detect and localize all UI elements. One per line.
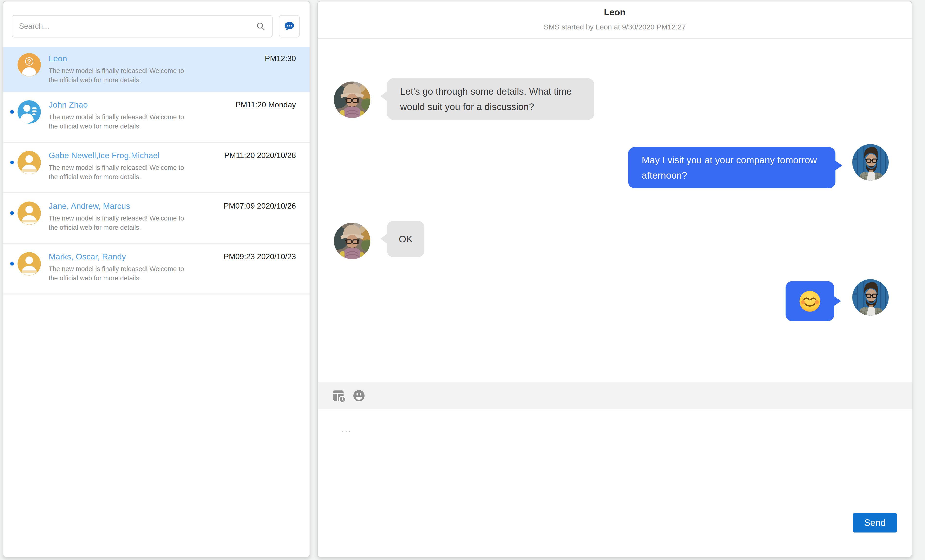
conversation-name: Marks, Oscar, Randy [49, 251, 126, 262]
search-icon [256, 21, 266, 32]
avatar-contact-card-icon [18, 100, 41, 123]
search-input[interactable] [18, 22, 256, 31]
smiling-face-emoji-icon [798, 290, 821, 313]
outgoing-message-bubble: May I visit you at your company tomorrow… [628, 147, 835, 188]
conversation-preview: The new model is finally released! Welco… [49, 113, 193, 131]
outgoing-emoji-bubble [786, 281, 834, 321]
chat-subtitle: SMS started by Leon at 9/30/2020 PM12:27 [318, 23, 911, 31]
message-template-schedule-button[interactable] [332, 389, 346, 403]
avatar-person-icon [18, 151, 41, 174]
my-avatar-photo [852, 144, 889, 181]
message-text: OK [399, 232, 413, 247]
message-template-schedule-icon [332, 389, 346, 403]
message-scroll-area[interactable]: Let's go through some details. What time… [318, 39, 911, 382]
avatar-person-icon [18, 252, 41, 275]
chat-header: Leon SMS started by Leon at 9/30/2020 PM… [318, 2, 911, 39]
unread-dot [10, 262, 14, 265]
conversation-list: ? Leon PM12:30 The new model is finally … [3, 47, 310, 295]
unread-dot [10, 161, 14, 164]
search-row [12, 15, 300, 38]
avatar-person-icon [18, 202, 41, 225]
incoming-message-bubble: Let's go through some details. What time… [387, 78, 594, 120]
conversation-preview: The new model is finally released! Welco… [49, 214, 193, 232]
emoji-picker-icon [352, 389, 366, 402]
incoming-message-bubble: OK [387, 221, 425, 257]
conversation-time: PM07:09 2020/10/26 [219, 200, 296, 211]
conversation-item-gabe-group[interactable]: Gabe Newell,Ice Frog,Michael PM11:20 202… [3, 143, 310, 193]
chat-panel: Leon SMS started by Leon at 9/30/2020 PM… [317, 1, 912, 557]
avatar-unknown-person-icon: ? [18, 53, 41, 77]
conversation-time: PM11:20 Monday [231, 99, 296, 110]
conversation-name: Gabe Newell,Ice Frog,Michael [49, 150, 160, 161]
conversation-item-leon[interactable]: ? Leon PM12:30 The new model is finally … [3, 47, 310, 92]
composer-toolbar [318, 382, 911, 409]
conversation-item-john-zhao[interactable]: John Zhao PM11:20 Monday The new model i… [3, 92, 310, 143]
conversation-name: John Zhao [49, 99, 88, 110]
conversation-time: PM09:23 2020/10/23 [219, 251, 296, 262]
unread-dot [10, 110, 14, 114]
conversation-name: Leon [49, 53, 67, 64]
chat-title: Leon [318, 7, 911, 18]
chat-bubble-ellipsis-icon [283, 20, 295, 32]
conversation-time: PM11:20 2020/10/28 [219, 150, 296, 161]
conversation-item-marks-group[interactable]: Marks, Oscar, Randy PM09:23 2020/10/23 T… [3, 244, 310, 295]
unread-dot [10, 211, 14, 215]
message-text: May I visit you at your company tomorrow… [642, 152, 822, 183]
conversation-preview: The new model is finally released! Welco… [49, 163, 193, 182]
message-text: Let's go through some details. What time… [400, 84, 581, 114]
conversation-name: Jane, Andrew, Marcus [49, 200, 130, 211]
message-input-placeholder: ... [342, 425, 352, 434]
message-input[interactable]: ... Send [318, 409, 911, 557]
conversation-item-jane-group[interactable]: Jane, Andrew, Marcus PM07:09 2020/10/26 … [3, 193, 310, 244]
leon-avatar-photo [334, 223, 371, 259]
conversation-preview: The new model is finally released! Welco… [49, 264, 193, 283]
conversation-panel: ? Leon PM12:30 The new model is finally … [3, 1, 310, 557]
new-chat-button[interactable] [279, 15, 300, 38]
conversation-time: PM12:30 [260, 53, 296, 64]
send-button[interactable]: Send [853, 513, 897, 533]
conversation-preview: The new model is finally released! Welco… [49, 66, 193, 85]
svg-text:?: ? [27, 58, 31, 65]
emoji-picker-button[interactable] [352, 389, 366, 403]
leon-avatar-photo [334, 81, 371, 118]
my-avatar-photo [852, 279, 889, 316]
search-box[interactable] [12, 15, 273, 38]
